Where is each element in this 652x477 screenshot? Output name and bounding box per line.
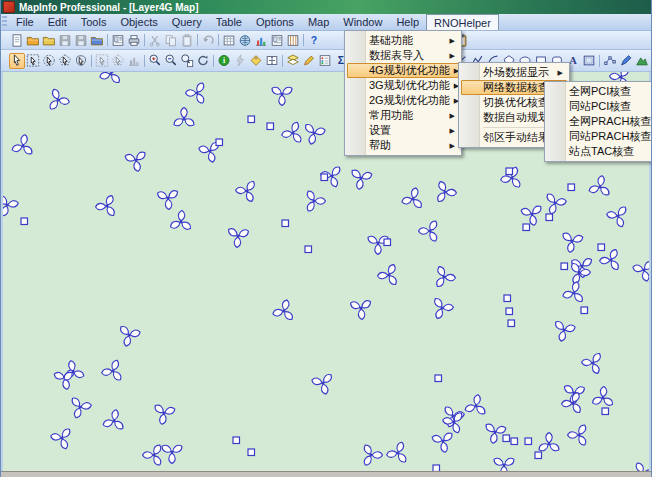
cell-site-symbol[interactable] [272,299,296,327]
cell-site-symbol[interactable] [117,323,141,351]
site-point-symbol[interactable] [266,117,275,135]
cell-site-symbol[interactable] [270,82,294,110]
cell-site-symbol[interactable] [588,175,612,203]
cell-site-symbol[interactable] [124,148,148,176]
new-table-icon[interactable] [9,32,25,48]
menu-item-menu-l1-7[interactable]: 帮助▶ [345,138,461,153]
site-point-symbol[interactable] [247,110,256,128]
cell-site-symbol[interactable] [61,360,85,388]
cell-site-symbol[interactable] [631,461,651,471]
site-point-symbol[interactable] [20,212,29,230]
menu-rnohelper[interactable]: RNOHelper [426,14,499,30]
menu-query[interactable]: Query [165,14,209,30]
cell-site-symbol[interactable] [160,440,184,468]
menu-help[interactable]: Help [389,14,426,30]
zoom-in-icon[interactable] [147,53,163,69]
cell-site-symbol[interactable] [50,426,74,454]
copy-map-window-icon[interactable] [110,32,126,48]
menu-item-menu-l1-0[interactable]: 基础功能▶ [345,33,461,48]
cell-site-symbol[interactable] [442,410,466,438]
open-workspace-icon[interactable] [41,32,57,48]
cell-site-symbol[interactable] [68,395,92,423]
site-point-symbol[interactable] [534,446,543,464]
site-point-symbol[interactable] [505,162,514,180]
menu-table[interactable]: Table [209,14,249,30]
cell-site-symbol[interactable] [99,72,123,90]
label-icon[interactable] [248,53,264,69]
menu-item-menu-l3-2[interactable]: 全网PRACH核查 [545,114,652,129]
cell-site-symbol[interactable] [349,296,373,324]
cell-site-symbol[interactable] [102,409,126,437]
cell-site-symbol[interactable] [401,187,425,215]
new-redistricter-icon[interactable] [285,32,301,48]
cell-site-symbol[interactable] [169,210,193,238]
cell-site-symbol[interactable] [101,359,125,387]
drag-map-window-icon[interactable] [264,53,280,69]
cell-site-symbol[interactable] [433,180,457,208]
polygon-select-icon[interactable] [57,53,73,69]
site-point-symbol[interactable] [560,257,569,275]
menu-item-menu-l1-6[interactable]: 设置▶ [345,123,461,138]
print-window-icon[interactable] [126,32,142,48]
cell-site-symbol[interactable] [302,189,326,217]
menu-map[interactable]: Map [301,14,336,30]
site-point-symbol[interactable] [434,369,443,387]
site-point-symbol[interactable] [510,432,519,450]
cell-site-symbol[interactable] [464,394,488,422]
site-point-symbol[interactable] [507,314,516,332]
cell-site-symbol[interactable] [95,194,119,222]
menu-window[interactable]: Window [336,14,389,30]
select-icon[interactable] [9,53,25,69]
cell-site-symbol[interactable] [606,204,630,232]
cell-site-symbol[interactable] [377,263,401,291]
menu-item-menu-l1-2[interactable]: 4G规划优化功能▶ [347,63,459,78]
frame-tool-icon[interactable] [581,53,597,69]
site-point-symbol[interactable] [524,432,533,450]
cell-site-symbol[interactable] [386,441,410,469]
site-point-symbol[interactable] [601,402,610,420]
cell-site-symbol[interactable] [432,265,456,293]
help-icon[interactable]: ? [306,32,322,48]
menu-item-menu-l3-3[interactable]: 同站PRACH核查 [545,129,652,144]
menu-item-menu-l1-1[interactable]: 数据表导入▶ [345,48,461,63]
site-point-symbol[interactable] [320,168,329,186]
cell-site-symbol[interactable] [235,179,259,207]
menu-item-menu-l3-0[interactable]: 全网PCI核查 [545,84,652,99]
site-point-symbol[interactable] [567,178,576,196]
cell-site-symbol[interactable] [302,121,326,149]
menu-tools[interactable]: Tools [74,14,114,30]
reshape-icon[interactable] [602,53,618,69]
new-layout-icon[interactable] [269,32,285,48]
cell-site-symbol[interactable] [311,371,335,399]
menu-item-menu-l3-4[interactable]: 站点TAC核查 [545,144,652,159]
site-point-symbol[interactable] [383,233,392,251]
boundary-select-icon[interactable] [73,53,89,69]
new-grapher-icon[interactable] [253,32,269,48]
cell-site-symbol[interactable] [359,443,383,471]
show-legend-icon[interactable] [317,53,333,69]
save-window-as-icon[interactable] [89,32,105,48]
menu-edit[interactable]: Edit [41,14,74,30]
cell-site-symbol[interactable] [152,401,176,429]
change-view-icon[interactable] [179,53,195,69]
cell-site-symbol[interactable] [226,224,250,252]
add-node-icon[interactable] [618,53,634,69]
menu-objects[interactable]: Objects [113,14,164,30]
cell-site-symbol[interactable] [581,351,605,379]
menu-item-menu-l3-1[interactable]: 同站PCI核查 [545,99,652,114]
menu-item-menu-l1-4[interactable]: 2G规划优化功能▶ [345,93,461,108]
menu-item-menu-l1-3[interactable]: 3G规划优化功能▶ [345,78,461,93]
grabber-icon[interactable] [195,53,211,69]
cell-site-symbol[interactable] [349,166,373,194]
menu-item-menu-l1-5[interactable]: 常用功能▶ [345,108,461,123]
cell-site-symbol[interactable] [561,391,585,419]
cell-site-symbol[interactable] [430,296,454,324]
site-point-symbol[interactable] [580,301,589,319]
site-point-symbol[interactable] [507,469,516,471]
site-point-symbol[interactable] [522,218,531,236]
cell-site-symbol[interactable] [552,318,576,346]
menu-file[interactable]: File [9,14,41,30]
site-point-symbol[interactable] [545,208,554,226]
site-point-symbol[interactable] [432,459,441,471]
cell-site-symbol[interactable] [11,134,35,162]
